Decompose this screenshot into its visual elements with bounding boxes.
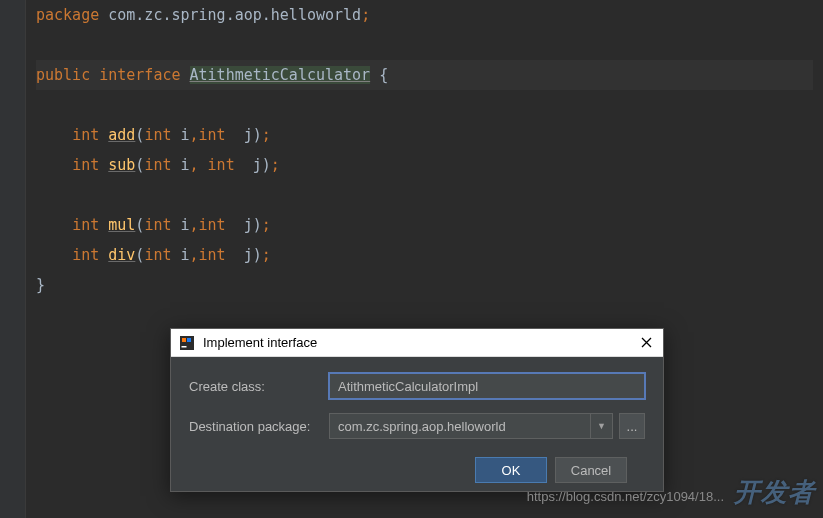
method-div: div [108, 246, 135, 264]
create-class-label: Create class: [189, 379, 317, 394]
method-mul: mul [108, 216, 135, 234]
keyword-package: package [36, 6, 99, 24]
semicolon: ; [361, 6, 370, 24]
editor-gutter [0, 0, 26, 518]
code-line-method: int sub(int i, int j); [36, 150, 813, 180]
destination-package-label: Destination package: [189, 419, 317, 434]
dialog-body: Create class: Destination package: com.z… [171, 357, 663, 483]
close-icon[interactable] [637, 334, 655, 352]
code-line-method: int add(int i,int j); [36, 120, 813, 150]
svg-rect-1 [182, 346, 187, 348]
watermark: https://blog.csdn.net/zcy1094/18... 开发者 [527, 475, 815, 510]
code-line-blank [36, 30, 813, 60]
implement-interface-dialog: Implement interface Create class: Destin… [170, 328, 664, 492]
chevron-down-icon[interactable]: ▼ [590, 414, 612, 438]
dialog-titlebar[interactable]: Implement interface [171, 329, 663, 357]
keyword-public: public [36, 66, 99, 84]
close-brace: } [36, 276, 45, 294]
create-class-input[interactable] [329, 373, 645, 399]
intellij-icon [179, 335, 195, 351]
method-sub: sub [108, 156, 135, 174]
code-line-method: int mul(int i,int j); [36, 210, 813, 240]
method-add: add [108, 126, 135, 144]
dialog-title: Implement interface [203, 335, 637, 350]
keyword-int: int [72, 246, 108, 264]
destination-package-value: com.zc.spring.aop.helloworld [330, 419, 590, 434]
destination-package-combo[interactable]: com.zc.spring.aop.helloworld ▼ [329, 413, 613, 439]
watermark-brand: 开发者 [734, 475, 815, 510]
open-brace: { [370, 66, 388, 84]
code-line-blank [36, 90, 813, 120]
interface-name: AtithmeticCalculator [190, 66, 371, 84]
svg-rect-2 [182, 338, 186, 342]
svg-rect-3 [187, 338, 191, 342]
keyword-int: int [72, 156, 108, 174]
code-line-close: } [36, 270, 813, 300]
keyword-interface: interface [99, 66, 189, 84]
code-line: package com.zc.spring.aop.helloworld; [36, 0, 813, 30]
code-line-declaration: public interface AtithmeticCalculator { [36, 60, 813, 90]
package-path: com.zc.spring.aop.helloworld [99, 6, 361, 24]
code-line-method: int div(int i,int j); [36, 240, 813, 270]
watermark-url: https://blog.csdn.net/zcy1094/18... [527, 489, 724, 504]
keyword-int: int [72, 216, 108, 234]
browse-button[interactable]: ... [619, 413, 645, 439]
code-line-blank [36, 180, 813, 210]
keyword-int: int [72, 126, 108, 144]
destination-package-row: Destination package: com.zc.spring.aop.h… [189, 413, 645, 439]
create-class-row: Create class: [189, 373, 645, 399]
